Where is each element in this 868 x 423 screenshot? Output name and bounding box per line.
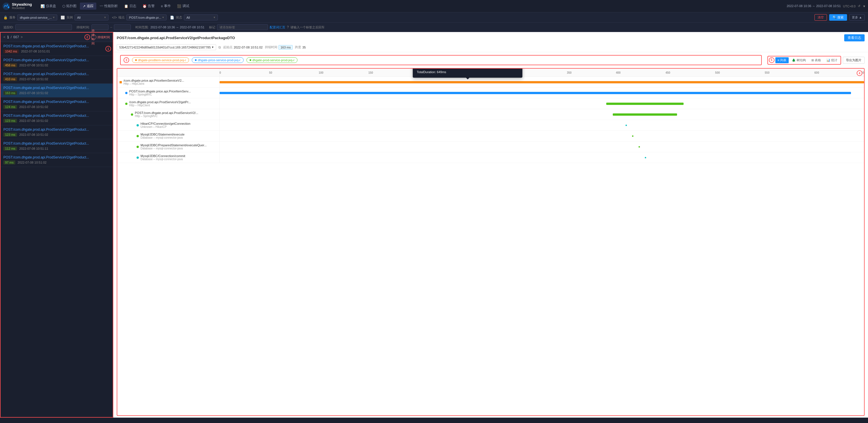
instance-filter-select[interactable]: All ▾ — [74, 15, 108, 21]
nav-event[interactable]: ≡ 事件 — [158, 3, 174, 10]
logo-text: Skywalking Rocketbot — [12, 3, 32, 10]
span-dot — [136, 124, 139, 126]
current-page: 1 — [7, 35, 9, 39]
list-icon: ≡ — [778, 58, 779, 62]
trace-id-selector[interactable]: 53b42271422248d89a60133d401d7ccd.169.165… — [117, 44, 216, 50]
service-filter-select[interactable]: dhgate-prod-service_... ▾ — [17, 15, 57, 21]
trace-time: 2022-07-08 10:51:01 — [21, 50, 50, 53]
service-tag-price[interactable]: dhgate-price-service-prod-jxq-r — [192, 57, 243, 63]
span-count-item: 跨度 35 — [295, 45, 306, 49]
trace-meta: 123 ms 2022-07-08 10:51:02 — [3, 119, 110, 123]
view-list-button[interactable]: ≡ 列表 — [775, 57, 789, 63]
trace-item[interactable]: POST:/com.dhgate.prod.api.ProdServiceV2/… — [1, 125, 113, 139]
status-filter-group: 📄 状态 All ▾ — [170, 15, 218, 21]
trace-info-bar: 53b42271422248d89a60133d401d7ccd.169.165… — [113, 43, 868, 52]
time-range-display: 时间范围: 2022-07-08 10:36 ～ 2022-07-08 10:5… — [135, 25, 205, 29]
trace-duration-badge: 163 ms — [3, 91, 17, 95]
nav-alarm[interactable]: ⏰ 告警 — [140, 3, 157, 10]
span-name-main: Mysql/JDBC/Statement/execute — [141, 133, 184, 136]
trace-item[interactable]: POST:/com.dhgate.prod.api.ProdServiceV2/… — [1, 70, 113, 84]
span-bar-cell — [219, 131, 864, 141]
trace-duration-badge: 124 ms — [3, 105, 17, 109]
view-log-button[interactable]: 查看日志 — [844, 34, 865, 41]
trace-name: POST:/com.dhgate.prod.api.ProdServiceV2/… — [3, 58, 110, 62]
nav-debug[interactable]: ⬛ 调试 — [174, 3, 192, 10]
ruler-mark-400: 400 — [616, 71, 621, 74]
clear-button[interactable]: 清空 — [814, 14, 827, 21]
config-vocab-link[interactable]: 配置词汇页 — [270, 25, 285, 29]
span-bar-cell — [219, 120, 864, 131]
next-page-button[interactable]: > — [21, 35, 23, 39]
span-name-main: POST:/com.dhgate.prod.api.ProdServiceV2/… — [135, 111, 198, 115]
trace-meta: 97 ms 2022-07-08 10:51:02 — [3, 161, 110, 164]
nav-topology[interactable]: ⬡ 拓扑图 — [60, 3, 79, 10]
annotation-2: 2 — [85, 34, 90, 40]
waterfall-container: 4 0 50 100 150 — [117, 68, 865, 416]
prev-page-button[interactable]: < — [3, 35, 5, 39]
instance-filter-icon: ⬜ — [61, 16, 65, 20]
span-dot — [125, 103, 127, 105]
instance-filter-label: 实例 — [67, 15, 73, 20]
pagination: < 1 / 667 > — [3, 35, 23, 39]
span-dot — [131, 113, 133, 116]
instance-filter-group: ⬜ 实例 All ▾ — [61, 15, 108, 21]
search-button[interactable]: 🔍 搜索 — [829, 14, 847, 21]
duration-max-input[interactable] — [114, 24, 131, 30]
view-table-button[interactable]: ⊞ 表格 — [809, 57, 823, 63]
left-panel: < 1 / 667 > 2 持续时间 持续时间 POST:/com.dhgate… — [0, 32, 113, 418]
service-filter-label: 服务 — [9, 15, 16, 20]
span-dot — [120, 81, 122, 83]
ruler-mark-50: 50 — [269, 71, 272, 74]
status-filter-select[interactable]: All ▾ — [184, 15, 218, 21]
nav-time-range: 2022-07-08 10:36 ～ 2022-07-08 10:51 — [787, 4, 841, 8]
span-bar — [606, 103, 684, 105]
service-tag-proditem[interactable]: dhgate-proditem-service-prod-jxq-r — [132, 57, 189, 63]
duration-sort-label: 持续时间 — [97, 35, 110, 39]
span-name-cell: Mysql/JDBC/PreparedStatement/executeQuer… — [117, 141, 219, 152]
trace-item[interactable]: POST:/com.dhgate.prod.api.ProdServiceV2/… — [1, 111, 113, 125]
trace-id-input[interactable] — [15, 24, 72, 30]
span-dot — [136, 135, 139, 137]
trace-icon: ↗ — [83, 4, 86, 8]
duration-sort-button[interactable]: 持续时间 — [91, 35, 96, 40]
annotation-4: 4 — [857, 70, 862, 76]
export-button[interactable]: 导出为图片 — [843, 57, 865, 64]
refresh-icon[interactable]: ↺ — [858, 4, 860, 8]
span-point — [645, 157, 646, 158]
tree-icon: 🌲 — [792, 58, 796, 62]
view-stats-button[interactable]: 📊 统计 — [824, 57, 840, 63]
trace-item[interactable]: POST:/com.dhgate.prod.api.ProdServiceV2/… — [1, 153, 113, 167]
span-name-main: Mysql/JDBC/Connection/commit — [141, 154, 185, 158]
start-time-value: 2022-07-08 10:51:02 — [234, 46, 262, 49]
nav-dashboard[interactable]: 📊 仪表盘 — [38, 3, 59, 10]
trace-item[interactable]: POST:/com.dhgate.prod.api.ProdServiceV2/… — [1, 97, 113, 111]
trace-duration-badge: 123 ms — [3, 119, 17, 123]
view-tree-button[interactable]: 🌲 树结构 — [789, 57, 808, 63]
span-point — [632, 135, 633, 137]
tag-field: 标记 配置词汇页 ? 请输入一个标签之后回车 — [209, 24, 325, 30]
nav-log[interactable]: 📋 日志 — [121, 3, 139, 10]
span-bar — [220, 92, 851, 94]
waterfall-table: 0 50 100 150 200 250 300 350 400 450 500 — [117, 68, 864, 163]
more-button[interactable]: 更多 ▲ — [849, 14, 865, 21]
tag-input[interactable] — [217, 24, 268, 30]
trace-item[interactable]: POST:/com.dhgate.prod.api.ProdServiceV2/… — [1, 56, 113, 70]
span-bar — [220, 81, 864, 83]
table-icon: ⊞ — [811, 58, 814, 62]
endpoint-filter-select[interactable]: POST:/com.dhgate.pr... ▾ — [126, 15, 166, 21]
ruler-mark-500: 500 — [715, 71, 720, 74]
nav-timezone: UTC+8:0 — [843, 4, 856, 8]
nav-trace[interactable]: ↗ 追踪 — [80, 3, 96, 10]
service-tag-prod[interactable]: dhgate-prod-service-prod-jxq-r — [246, 57, 298, 63]
settings-icon[interactable]: ▼ — [863, 4, 866, 8]
tag-hint: 请输入一个标签之后回车 — [290, 25, 324, 29]
trace-detail-title: POST:/com.dhgate.prod.api.ProdServiceV2/… — [117, 36, 235, 40]
logo-icon — [2, 2, 10, 10]
service-dot-green — [250, 59, 251, 61]
copy-icon[interactable]: ⧉ — [218, 45, 221, 49]
nav-profiling[interactable]: 〰 性能剖析 — [97, 3, 121, 10]
trace-item[interactable]: POST:/com.dhgate.prod.api.ProdServiceV2/… — [1, 42, 113, 56]
trace-item[interactable]: POST:/com.dhgate.prod.api.ProdServiceV2/… — [1, 139, 113, 153]
trace-item[interactable]: POST:/com.dhgate.prod.api.ProdServiceV2/… — [1, 84, 113, 97]
tag-label: 标记 — [209, 25, 215, 29]
